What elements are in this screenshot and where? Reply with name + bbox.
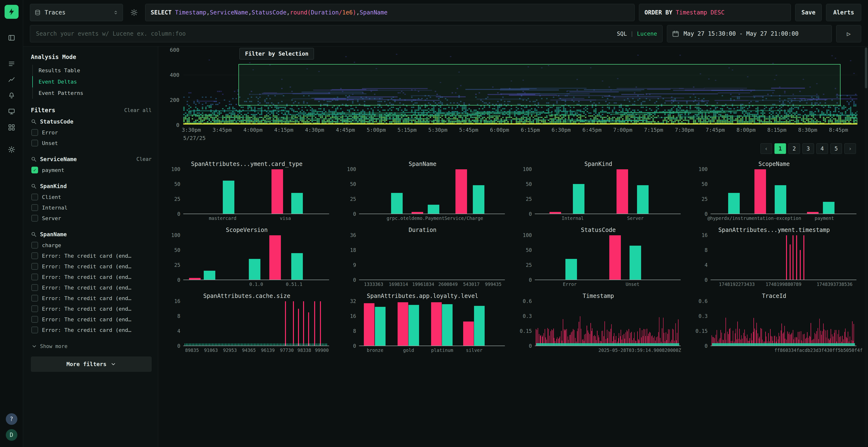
checkbox[interactable] <box>31 295 38 302</box>
bar[interactable] <box>550 212 561 214</box>
bar[interactable] <box>565 259 577 280</box>
spike-bar[interactable] <box>303 301 304 346</box>
pagination-page-5[interactable]: 5 <box>830 143 842 154</box>
bell-icon[interactable] <box>5 90 19 102</box>
chart-plot-area[interactable] <box>711 169 857 214</box>
checkbox[interactable] <box>31 263 38 270</box>
filter-option[interactable]: Error: The credit card (end… <box>31 314 152 325</box>
checkbox[interactable] <box>31 316 38 323</box>
spike-bar[interactable] <box>298 309 299 346</box>
panels-icon[interactable] <box>5 32 19 44</box>
bar[interactable] <box>807 212 818 214</box>
sql-select-input[interactable]: SELECTTimestamp,ServiceName,StatusCode,r… <box>145 4 634 21</box>
chart-plot-area[interactable] <box>535 235 681 280</box>
bar[interactable] <box>428 205 439 214</box>
bar[interactable] <box>272 169 283 214</box>
bar[interactable] <box>249 259 260 280</box>
bar[interactable] <box>456 169 467 214</box>
checkbox[interactable] <box>31 274 38 280</box>
chart-plot-area[interactable] <box>183 235 329 280</box>
checkbox[interactable] <box>31 252 38 259</box>
bar[interactable] <box>291 193 303 214</box>
bar[interactable] <box>609 235 621 280</box>
chart-plot-area[interactable] <box>359 169 505 214</box>
help-button[interactable]: ? <box>6 413 18 425</box>
spike-bar[interactable] <box>285 301 286 346</box>
checkbox[interactable] <box>31 215 38 221</box>
spike-bar[interactable] <box>308 312 309 346</box>
spike-bar[interactable] <box>293 301 294 346</box>
bar[interactable] <box>391 193 403 214</box>
chart-plot-area[interactable] <box>183 169 329 214</box>
filter-option[interactable]: ✓payment <box>31 165 152 175</box>
line-chart-icon[interactable] <box>5 74 19 86</box>
chart-plot-area[interactable] <box>359 301 505 346</box>
vertical-scrollbar[interactable] <box>865 47 868 446</box>
bar[interactable] <box>364 303 374 346</box>
pagination-page-3[interactable]: 3 <box>802 143 814 154</box>
dashboard-icon[interactable] <box>5 122 19 133</box>
filter-option[interactable]: Error: The credit card (end… <box>31 304 152 314</box>
bar[interactable] <box>431 302 442 346</box>
pagination-page-2[interactable]: 2 <box>788 143 800 154</box>
save-button[interactable]: Save <box>795 4 822 21</box>
spike-bar[interactable] <box>320 301 321 346</box>
app-logo bolt-icon[interactable] <box>5 5 19 19</box>
bar[interactable] <box>823 202 835 214</box>
checkbox[interactable]: ✓ <box>31 167 38 173</box>
filter-option[interactable]: Server <box>31 213 152 224</box>
bar[interactable] <box>291 253 303 280</box>
analysis-mode-item[interactable]: Results Table <box>33 65 152 76</box>
filter-option[interactable]: Error <box>31 127 152 138</box>
source-select[interactable]: Traces <box>30 4 123 21</box>
filter-option[interactable]: charge <box>31 240 152 250</box>
bar[interactable] <box>408 305 419 346</box>
order-by-input[interactable]: ORDER BY Timestamp DESC <box>639 4 791 21</box>
checkbox[interactable] <box>31 204 38 211</box>
settings-gear-icon[interactable] <box>5 143 19 156</box>
bar[interactable] <box>223 181 235 214</box>
bar[interactable] <box>754 169 766 214</box>
checkbox[interactable] <box>31 194 38 200</box>
source-settings-gear-icon[interactable] <box>127 4 141 21</box>
chart-plot-area[interactable] <box>535 301 681 346</box>
chart-plot-area[interactable] <box>359 235 505 280</box>
avatar[interactable]: D <box>6 429 18 441</box>
spike-bar[interactable] <box>793 235 794 280</box>
checkbox[interactable] <box>31 305 38 312</box>
heatmap-plot-area[interactable]: Filter by Selection <box>183 50 858 125</box>
filter-option[interactable]: Error: The credit card (end… <box>31 250 152 261</box>
spike-bar[interactable] <box>803 235 804 280</box>
spike-bar[interactable] <box>796 235 797 280</box>
show-more-link[interactable]: Show more <box>31 343 152 349</box>
bar[interactable] <box>629 246 641 280</box>
pagination-page-1[interactable]: 1 <box>774 143 786 154</box>
alerts-button[interactable]: Alerts <box>826 4 861 21</box>
bar[interactable] <box>204 271 215 280</box>
filter-option[interactable]: Error: The credit card (end… <box>31 261 152 272</box>
chart-plot-area[interactable] <box>711 301 857 346</box>
bar[interactable] <box>728 193 740 214</box>
filter-group-clear-link[interactable]: Clear <box>136 156 152 162</box>
more-filters-button[interactable]: More filters <box>31 356 152 372</box>
checkbox[interactable] <box>31 284 38 291</box>
bar[interactable] <box>573 184 585 214</box>
checkbox[interactable] <box>31 129 38 136</box>
analysis-mode-item[interactable]: Event Patterns <box>33 88 152 99</box>
chart-plot-area[interactable] <box>711 235 857 280</box>
bar[interactable] <box>375 307 385 346</box>
pagination-page-4[interactable]: 4 <box>816 143 828 154</box>
filter-option[interactable]: Error: The credit card (end… <box>31 272 152 282</box>
analysis-mode-item[interactable]: Event Deltas <box>32 76 152 88</box>
checkbox[interactable] <box>31 140 38 146</box>
chart-plot-area[interactable] <box>535 169 681 214</box>
checkbox[interactable] <box>31 326 38 333</box>
language-sql[interactable]: SQL <box>617 31 627 37</box>
filter-option[interactable]: Error: The credit card (end… <box>31 293 152 304</box>
bar[interactable] <box>463 321 474 346</box>
bar[interactable] <box>474 306 485 346</box>
logs-icon[interactable] <box>5 58 19 70</box>
search-input[interactable] <box>35 30 613 37</box>
run-query-button play-icon[interactable]: ▷ <box>836 25 861 42</box>
spike-bar[interactable] <box>786 235 787 280</box>
